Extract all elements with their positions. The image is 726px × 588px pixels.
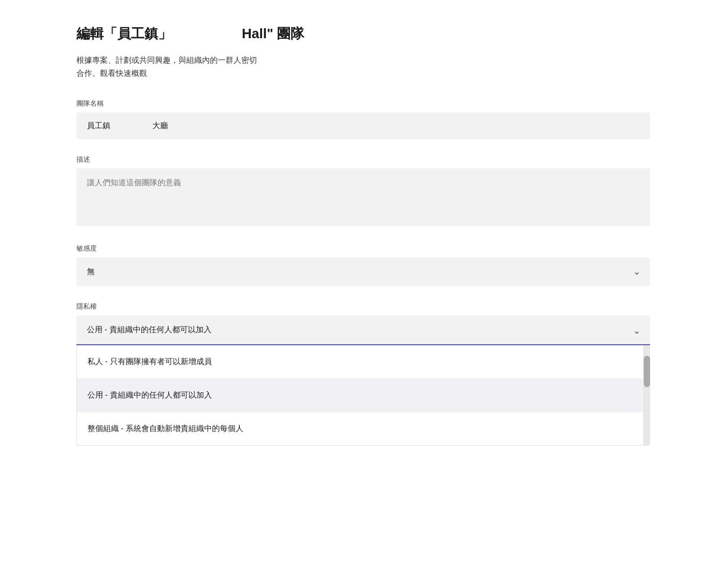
- privacy-option-public[interactable]: 公用 - 貴組織中的任何人都可以加入: [77, 379, 643, 412]
- team-name-input[interactable]: 員工鎮 大廳: [76, 112, 650, 139]
- privacy-option-private[interactable]: 私人 - 只有團隊擁有者可以新增成員: [77, 345, 643, 379]
- scrollbar-thumb[interactable]: [644, 356, 650, 387]
- page-title: 編輯「員工鎮」 Hall" 團隊: [76, 25, 650, 43]
- privacy-dropdown-inner: 私人 - 只有團隊擁有者可以新增成員 公用 - 貴組織中的任何人都可以加入 整個…: [76, 345, 650, 446]
- privacy-section: 隱私權 公用 - 貴組織中的任何人都可以加入 ⌄ 私人 - 只有團隊擁有者可以新…: [76, 302, 650, 446]
- privacy-dropdown: 私人 - 只有團隊擁有者可以新增成員 公用 - 貴組織中的任何人都可以加入 整個…: [76, 345, 650, 446]
- privacy-option-org[interactable]: 整個組織 - 系統會自動新增貴組織中的每個人: [77, 412, 643, 445]
- description-input[interactable]: [76, 168, 650, 226]
- team-name-part1: 員工鎮: [87, 121, 110, 131]
- page-container: 編輯「員工鎮」 Hall" 團隊 根據專案、計劃或共同興趣，與組織內的一群人密切…: [49, 0, 677, 487]
- scrollbar-track[interactable]: [644, 345, 650, 446]
- sensitivity-section: 敏感度 無 ⌄: [76, 244, 650, 286]
- page-description: 根據專案、計劃或共同興趣，與組織內的一群人密切 合作。觀看快速概觀: [76, 53, 650, 80]
- privacy-select-wrapper: 公用 - 貴組織中的任何人都可以加入 ⌄ 私人 - 只有團隊擁有者可以新增成員 …: [76, 315, 650, 446]
- team-name-section: 團隊名稱 員工鎮 大廳: [76, 99, 650, 139]
- team-name-part2: 大廳: [152, 121, 168, 131]
- page-title-part1: 編輯「員工鎮」: [76, 26, 172, 41]
- privacy-label: 隱私權: [76, 302, 650, 311]
- sensitivity-label: 敏感度: [76, 244, 650, 253]
- sensitivity-select[interactable]: 無: [76, 257, 650, 286]
- team-name-label: 團隊名稱: [76, 99, 650, 108]
- description-section: 描述: [76, 155, 650, 228]
- privacy-select[interactable]: 公用 - 貴組織中的任何人都可以加入: [76, 315, 650, 345]
- description-label: 描述: [76, 155, 650, 164]
- sensitivity-select-wrapper: 無 ⌄: [76, 257, 650, 286]
- page-title-part2: Hall" 團隊: [242, 26, 304, 41]
- privacy-dropdown-menu: 私人 - 只有團隊擁有者可以新增成員 公用 - 貴組織中的任何人都可以加入 整個…: [76, 345, 644, 446]
